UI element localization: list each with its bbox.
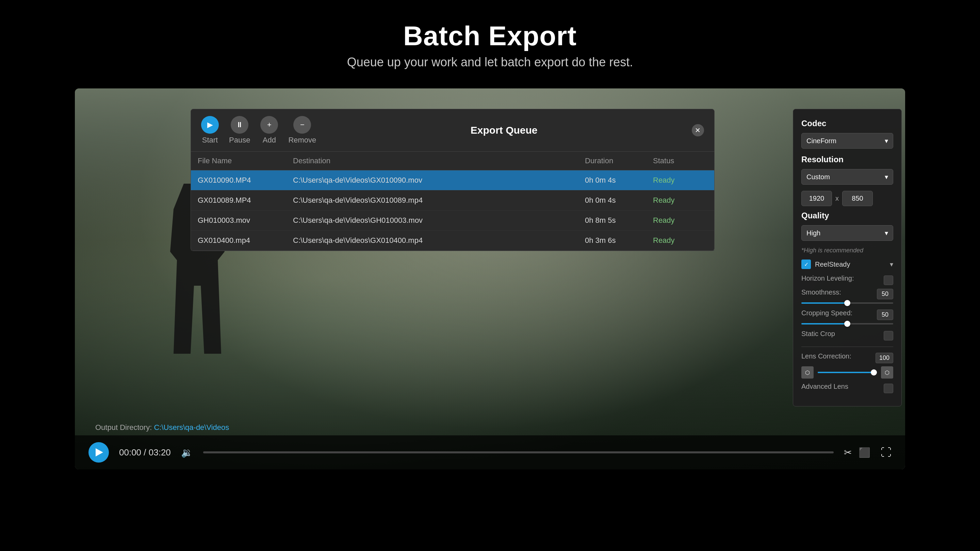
time-display: 00:00 / 03:20 bbox=[119, 447, 171, 458]
advanced-lens-checkbox[interactable] bbox=[884, 384, 893, 393]
resolution-height-input[interactable] bbox=[842, 191, 873, 206]
divider bbox=[801, 346, 893, 347]
quality-value: High bbox=[807, 229, 821, 237]
scissors-icon[interactable]: ✂ bbox=[844, 447, 852, 458]
codec-label: Codec bbox=[801, 119, 893, 128]
reelsteady-checkbox[interactable]: ✓ bbox=[801, 259, 811, 269]
add-label: Add bbox=[263, 136, 276, 144]
reelsteady-row: ✓ ReelSteady ▾ bbox=[801, 259, 893, 269]
col-duration: Duration bbox=[585, 156, 653, 165]
pause-label: Pause bbox=[229, 136, 250, 144]
lens-icon-left: ⬡ bbox=[801, 366, 814, 379]
play-icon bbox=[95, 448, 103, 456]
export-queue-dialog: ▶ Start ⏸ Pause + Add − Remove Export Qu… bbox=[191, 109, 714, 251]
reelsteady-expand-icon[interactable]: ▾ bbox=[890, 260, 893, 268]
row-duration: 0h 0m 4s bbox=[585, 176, 653, 185]
cropping-speed-value: 50 bbox=[877, 310, 893, 320]
start-icon: ▶ bbox=[201, 116, 219, 134]
cropping-speed-row: Cropping Speed: 50 bbox=[801, 309, 893, 321]
resolution-chevron-icon: ▾ bbox=[885, 173, 888, 181]
resolution-label: Resolution bbox=[801, 155, 893, 164]
row-filename: GH010003.mov bbox=[198, 216, 293, 225]
row-filename: GX010089.MP4 bbox=[198, 196, 293, 205]
resolution-preset: Custom bbox=[807, 173, 830, 181]
codec-dropdown[interactable]: CineForm ▾ bbox=[801, 133, 893, 149]
add-icon: + bbox=[260, 116, 278, 134]
row-destination: C:\Users\qa-de\Videos\GX010089.mp4 bbox=[293, 196, 585, 205]
smoothness-slider[interactable] bbox=[801, 302, 893, 304]
row-destination: C:\Users\qa-de\Videos\GX010090.mov bbox=[293, 176, 585, 185]
row-destination: C:\Users\qa-de\Videos\GX010400.mp4 bbox=[293, 236, 585, 245]
settings-panel: Codec CineForm ▾ Resolution Custom ▾ x Q… bbox=[793, 109, 902, 407]
col-filename: File Name bbox=[198, 156, 293, 165]
advanced-lens-row: Advanced Lens bbox=[801, 383, 893, 394]
dialog-title: Export Queue bbox=[471, 124, 538, 136]
smoothness-label: Smoothness: bbox=[801, 288, 841, 296]
resolution-x-separator: x bbox=[835, 195, 839, 202]
horizon-leveling-label: Horizon Leveling: bbox=[801, 275, 854, 282]
codec-chevron-icon: ▾ bbox=[885, 137, 888, 145]
resolution-width-input[interactable] bbox=[801, 191, 832, 206]
table-row[interactable]: GX010089.MP4 C:\Users\qa-de\Videos\GX010… bbox=[191, 191, 714, 211]
export-icon[interactable]: ⬛ bbox=[859, 447, 870, 458]
row-destination: C:\Users\qa-de\Videos\GH010003.mov bbox=[293, 216, 585, 225]
pause-icon: ⏸ bbox=[231, 116, 248, 134]
lens-icons-row: ⬡ ⬡ bbox=[801, 366, 893, 379]
horizon-leveling-checkbox[interactable] bbox=[884, 275, 893, 285]
lens-correction-value: 100 bbox=[875, 353, 893, 363]
add-button[interactable]: + Add bbox=[260, 116, 278, 144]
static-crop-checkbox[interactable] bbox=[884, 331, 893, 340]
video-player: ▶ Start ⏸ Pause + Add − Remove Export Qu… bbox=[75, 89, 905, 469]
smoothness-value: 50 bbox=[877, 289, 893, 299]
col-status: Status bbox=[653, 156, 708, 165]
cropping-speed-slider[interactable] bbox=[801, 323, 893, 324]
row-duration: 0h 0m 4s bbox=[585, 196, 653, 205]
pause-button[interactable]: ⏸ Pause bbox=[229, 116, 250, 144]
table-row[interactable]: GX010090.MP4 C:\Users\qa-de\Videos\GX010… bbox=[191, 170, 714, 191]
current-time: 00:00 bbox=[119, 447, 141, 457]
row-filename: GX010400.mp4 bbox=[198, 236, 293, 245]
lens-correction-slider[interactable] bbox=[818, 372, 877, 373]
resolution-dropdown[interactable]: Custom ▾ bbox=[801, 169, 893, 185]
codec-value: CineForm bbox=[807, 137, 837, 145]
output-dir-label: Output Directory: bbox=[95, 423, 152, 432]
table-row[interactable]: GX010400.mp4 C:\Users\qa-de\Videos\GX010… bbox=[191, 230, 714, 251]
close-button[interactable]: ✕ bbox=[692, 124, 704, 137]
col-destination: Destination bbox=[293, 156, 585, 165]
quality-hint: *High is recommended bbox=[801, 247, 893, 254]
horizon-leveling-row: Horizon Leveling: bbox=[801, 275, 893, 286]
quality-label: Quality bbox=[801, 211, 893, 221]
lens-icon-right: ⬡ bbox=[881, 366, 893, 379]
dialog-toolbar: ▶ Start ⏸ Pause + Add − Remove bbox=[201, 116, 316, 144]
dialog-header: ▶ Start ⏸ Pause + Add − Remove Export Qu… bbox=[191, 109, 714, 152]
row-status: Ready bbox=[653, 196, 708, 205]
page-subtitle: Queue up your work and let batch export … bbox=[0, 55, 980, 69]
remove-button[interactable]: − Remove bbox=[288, 116, 316, 144]
smoothness-row: Smoothness: 50 bbox=[801, 288, 893, 300]
row-duration: 0h 8m 5s bbox=[585, 216, 653, 225]
player-controls: 00:00 / 03:20 🔉 ✂ ⬛ ⛶ bbox=[75, 435, 905, 469]
lens-correction-label: Lens Correction: bbox=[801, 353, 851, 360]
static-crop-label: Static Crop bbox=[801, 330, 835, 338]
output-directory: Output Directory: C:\Users\qa-de\Videos bbox=[95, 423, 229, 432]
row-filename: GX010090.MP4 bbox=[198, 176, 293, 185]
play-button[interactable] bbox=[89, 442, 109, 462]
row-duration: 0h 3m 6s bbox=[585, 236, 653, 245]
fullscreen-button[interactable]: ⛶ bbox=[881, 446, 891, 459]
table-row[interactable]: GH010003.mov C:\Users\qa-de\Videos\GH010… bbox=[191, 211, 714, 230]
control-icons: ✂ ⬛ bbox=[844, 447, 870, 458]
volume-icon[interactable]: 🔉 bbox=[181, 447, 193, 458]
progress-bar[interactable] bbox=[203, 451, 834, 453]
lens-correction-row: Lens Correction: 100 bbox=[801, 353, 893, 364]
remove-icon: − bbox=[293, 116, 311, 134]
advanced-lens-label: Advanced Lens bbox=[801, 383, 848, 391]
remove-label: Remove bbox=[288, 136, 316, 144]
start-button[interactable]: ▶ Start bbox=[201, 116, 219, 144]
output-dir-path: C:\Users\qa-de\Videos bbox=[154, 423, 229, 432]
start-label: Start bbox=[202, 136, 218, 144]
static-crop-row: Static Crop bbox=[801, 330, 893, 341]
quality-dropdown[interactable]: High ▾ bbox=[801, 225, 893, 241]
queue-table: File Name Destination Duration Status GX… bbox=[191, 152, 714, 251]
cropping-speed-label: Cropping Speed: bbox=[801, 309, 853, 317]
row-status: Ready bbox=[653, 236, 708, 245]
